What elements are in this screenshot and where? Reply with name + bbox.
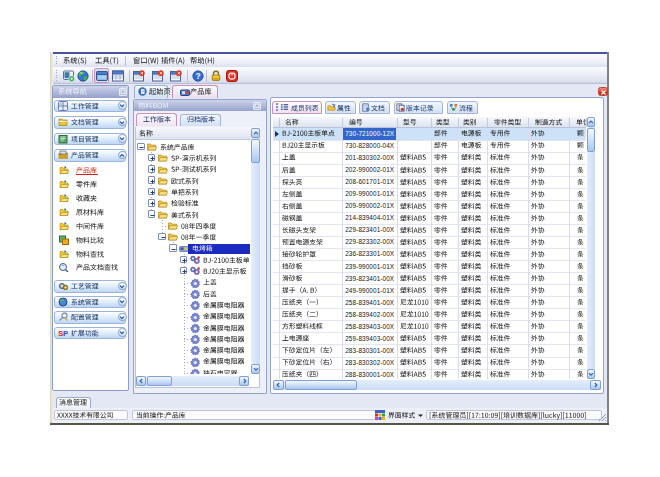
svg-text:P: P <box>63 329 68 338</box>
svg-text:?: ? <box>195 71 200 81</box>
